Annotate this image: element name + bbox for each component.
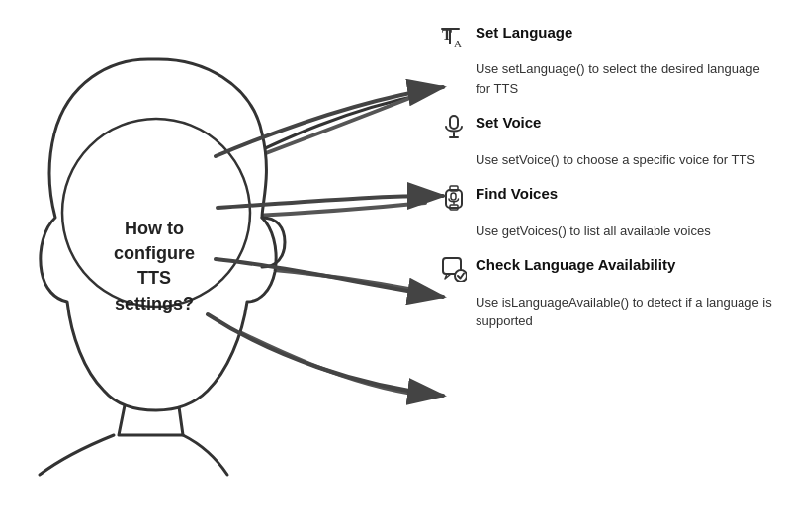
svg-rect-10: [450, 186, 458, 191]
check-language-desc: Use isLanguageAvailable() to detect if a…: [440, 293, 776, 331]
info-item-set-voice: Set Voice Use setVoice() to choose a spe…: [440, 110, 776, 173]
main-container: How to configure TTS settings? T A Set L…: [0, 0, 786, 532]
head-text-label: How to configure TTS settings?: [114, 217, 195, 316]
svg-text:A: A: [454, 38, 462, 49]
info-item-find-voices: Find Voices Use getVoices() to list all …: [440, 181, 776, 244]
check-language-title: Check Language Availability: [476, 256, 675, 273]
set-voice-desc: Use setVoice() to choose a specific voic…: [440, 150, 776, 170]
set-language-title: Set Language: [476, 24, 572, 41]
svg-rect-6: [450, 116, 458, 129]
check-language-availability-icon: [440, 256, 468, 288]
info-item-set-language: T A Set Language Use setLanguage() to se…: [440, 20, 776, 102]
svg-point-15: [455, 270, 467, 282]
set-voice-title: Set Voice: [476, 114, 541, 131]
find-voices-title: Find Voices: [476, 185, 558, 202]
microphone-icon: [440, 114, 468, 145]
find-voices-desc: Use getVoices() to list all available vo…: [440, 222, 776, 241]
smartwatch-microphone-icon: [440, 185, 468, 217]
translate-icon: T A: [440, 24, 468, 55]
svg-rect-12: [451, 193, 456, 200]
svg-marker-0: [413, 87, 425, 99]
set-language-desc: Use setLanguage() to select the desired …: [440, 59, 776, 98]
head-section: How to configure TTS settings?: [0, 0, 316, 532]
info-section: T A Set Language Use setLanguage() to se…: [440, 20, 776, 335]
info-item-check-language: Check Language Availability Use isLangua…: [440, 252, 776, 334]
